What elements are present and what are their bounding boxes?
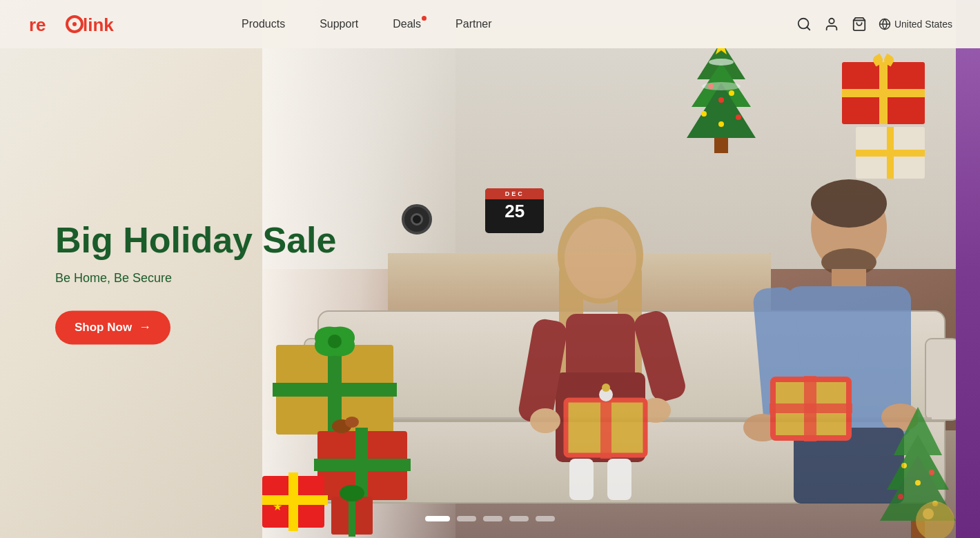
shop-now-label: Shop Now: [75, 321, 132, 335]
svg-point-21: [709, 59, 734, 66]
svg-point-77: [901, 463, 907, 468]
svg-point-64: [345, 417, 359, 428]
svg-rect-36: [770, 404, 852, 413]
svg-point-18: [701, 111, 707, 117]
svg-point-79: [915, 480, 921, 486]
globe-icon: [879, 18, 891, 30]
hero-subtitle: Be Home, Be Secure: [55, 272, 336, 286]
carousel-dots: [425, 516, 555, 521]
svg-text:link: link: [83, 14, 114, 35]
region-selector[interactable]: United States: [879, 18, 952, 30]
svg-rect-48: [607, 459, 631, 500]
svg-point-45: [530, 408, 560, 433]
svg-point-72: [340, 485, 364, 501]
nav-right-icons: United States: [796, 16, 952, 32]
svg-point-40: [565, 219, 636, 299]
svg-point-53: [602, 383, 610, 392]
nav-products[interactable]: Products: [242, 18, 285, 30]
region-label: United States: [894, 19, 952, 30]
cart-icon[interactable]: [851, 16, 868, 32]
nav-partner[interactable]: Partner: [455, 18, 491, 30]
nav-deals[interactable]: Deals: [393, 18, 421, 30]
hero-title: Big Holiday Sale: [55, 221, 336, 260]
svg-point-19: [736, 114, 741, 120]
svg-point-2: [72, 22, 77, 26]
nav-support[interactable]: Support: [320, 18, 358, 30]
svg-rect-47: [569, 459, 594, 500]
carousel-dot-5[interactable]: [536, 516, 555, 521]
svg-text:re: re: [29, 14, 46, 35]
svg-rect-56: [273, 383, 397, 397]
right-edge-panel: [956, 0, 980, 538]
svg-point-80: [898, 494, 903, 499]
calendar-month: DEC: [485, 188, 544, 199]
svg-point-6: [829, 19, 834, 23]
security-camera: [402, 204, 435, 237]
carousel-dot-2[interactable]: [457, 516, 476, 521]
shop-now-button[interactable]: Shop Now →: [55, 311, 170, 345]
svg-point-24: [811, 179, 887, 228]
hero-content: Big Holiday Sale Be Home, Be Secure Shop…: [55, 221, 336, 344]
svg-point-16: [729, 90, 734, 96]
svg-point-17: [718, 97, 724, 103]
carousel-dot-4[interactable]: [509, 516, 529, 521]
account-icon[interactable]: [823, 16, 840, 32]
svg-rect-51: [600, 397, 611, 459]
christmas-tree-right: [876, 400, 959, 538]
deals-notification-dot: [422, 16, 427, 21]
gift-boxes-right: [842, 62, 925, 179]
svg-line-5: [807, 27, 810, 30]
girl-person: [504, 207, 697, 504]
hero-section: re link Products Support Deals Partner: [0, 0, 980, 538]
nav-links: Products Support Deals Partner: [242, 18, 796, 30]
carousel-dot-1[interactable]: [425, 516, 450, 521]
navbar: re link Products Support Deals Partner: [0, 0, 980, 48]
carousel-dot-3[interactable]: [483, 516, 502, 521]
svg-point-78: [929, 470, 934, 475]
svg-marker-12: [687, 83, 756, 138]
search-icon[interactable]: [796, 16, 812, 32]
hero-image-area: DEC 25: [262, 0, 959, 538]
christmas-tree: [683, 38, 759, 158]
svg-text:★: ★: [293, 496, 301, 506]
svg-point-22: [702, 82, 741, 90]
svg-rect-13: [714, 138, 728, 153]
svg-text:★: ★: [273, 501, 282, 512]
logo[interactable]: re link: [28, 10, 117, 38]
svg-rect-62: [314, 459, 411, 471]
arrow-right-icon: →: [139, 321, 151, 335]
svg-point-83: [923, 508, 934, 519]
svg-point-20: [718, 121, 724, 127]
